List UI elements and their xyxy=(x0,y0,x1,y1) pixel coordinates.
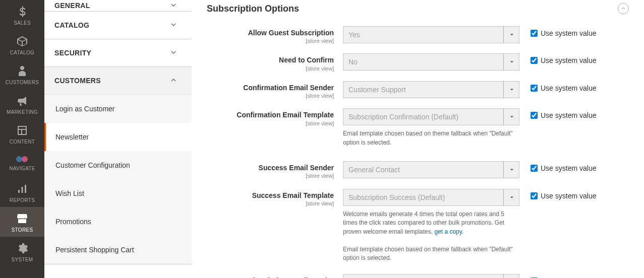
config-section-catalog: CATALOG xyxy=(44,12,192,39)
sidebar-item-newsletter[interactable]: Newsletter xyxy=(44,123,192,151)
collapse-section-button[interactable] xyxy=(618,3,629,14)
field-success-email-sender: Success Email Sender [store view] Genera… xyxy=(207,161,629,179)
field-label: Confirmation Email Template xyxy=(207,110,334,119)
select-need-confirm[interactable]: No xyxy=(343,53,519,71)
sidebar-item-promotions[interactable]: Promotions xyxy=(44,207,192,236)
checkbox-use-system-value[interactable] xyxy=(531,112,538,119)
admin-main-nav: SALES CATALOG CUSTOMERS MARKETING CONTEN… xyxy=(0,0,44,278)
field-confirmation-email-sender: Confirmation Email Sender [store view] C… xyxy=(207,81,629,99)
field-note: Welcome emails generate 4 times the tota… xyxy=(343,206,519,236)
use-system-label: Use system value xyxy=(541,164,596,172)
field-scope: [store view] xyxy=(207,172,334,179)
select-confirm-template[interactable]: Subscription Confirmation (Default) xyxy=(343,108,519,125)
use-system-label: Use system value xyxy=(541,111,596,119)
layout-icon xyxy=(16,124,29,137)
field-confirmation-email-template: Confirmation Email Template [store view]… xyxy=(207,108,629,147)
config-section-title: CATALOG xyxy=(54,21,89,29)
select-input[interactable]: Customer Support xyxy=(343,81,519,98)
chevron-down-icon xyxy=(169,48,178,58)
config-section-title: GENERAL xyxy=(54,2,90,10)
bar-chart-icon xyxy=(16,182,29,195)
field-label: Success Email Template xyxy=(207,191,334,200)
field-scope: [store view] xyxy=(207,37,334,44)
nav-item-content[interactable]: CONTENT xyxy=(0,119,44,149)
field-label: Need to Confirm xyxy=(207,55,334,64)
field-scope: [store view] xyxy=(207,92,334,99)
nav-item-reports[interactable]: REPORTS xyxy=(0,177,44,207)
field-scope: [store view] xyxy=(207,65,334,72)
use-system-label: Use system value xyxy=(541,192,596,200)
partners-icon xyxy=(16,155,29,164)
sidebar-item-persistent-shopping-cart[interactable]: Persistent Shopping Cart xyxy=(44,236,192,264)
config-subsection-list: Login as Customer Newsletter Customer Co… xyxy=(44,94,192,264)
nav-item-catalog[interactable]: CATALOG xyxy=(0,30,44,59)
nav-item-find-partners[interactable]: NAVIGATE xyxy=(0,149,44,177)
config-section-head[interactable]: CATALOG xyxy=(44,12,192,39)
checkbox-use-system-value[interactable] xyxy=(531,30,538,37)
field-unsubscription-email-sender: Unsubscription Email Sender [store view]… xyxy=(207,274,629,278)
field-label: Unsubscription Email Sender xyxy=(207,276,334,278)
nav-label: NAVIGATE xyxy=(9,166,35,171)
config-sidebar: GENERAL CATALOG SECURITY CUSTOMERS Login… xyxy=(44,0,192,278)
chevron-up-icon xyxy=(621,6,626,11)
nav-label: STORES xyxy=(12,227,33,233)
nav-item-customers[interactable]: CUSTOMERS xyxy=(0,59,44,89)
gear-icon xyxy=(16,242,29,255)
config-section-head[interactable]: CUSTOMERS xyxy=(44,67,192,94)
nav-label: CATALOG xyxy=(10,50,34,55)
use-system-label: Use system value xyxy=(541,29,596,37)
nav-item-stores[interactable]: STORES xyxy=(0,207,44,237)
nav-item-marketing[interactable]: MARKETING xyxy=(0,89,44,119)
nav-label: CUSTOMERS xyxy=(6,80,39,85)
field-need-to-confirm: Need to Confirm [store view] No Use syst… xyxy=(207,53,629,72)
config-section-title: CUSTOMERS xyxy=(54,77,101,85)
get-a-copy-link[interactable]: get a copy xyxy=(434,228,461,235)
select-input[interactable]: Subscription Confirmation (Default) xyxy=(343,108,519,125)
dollar-icon xyxy=(16,5,29,18)
select-success-sender[interactable]: General Contact xyxy=(343,161,519,178)
config-section-general: GENERAL xyxy=(44,0,192,12)
field-success-email-template: Success Email Template [store view] Subs… xyxy=(207,189,629,263)
select-input[interactable]: Yes xyxy=(343,26,519,43)
box-icon xyxy=(16,35,29,48)
nav-item-system[interactable]: SYSTEM xyxy=(0,237,44,266)
select-unsub-sender[interactable]: Customer Support xyxy=(343,274,519,278)
field-label: Success Email Sender xyxy=(207,163,334,172)
section-title: Subscription Options xyxy=(207,4,299,14)
select-input[interactable]: No xyxy=(343,53,519,71)
nav-label: SALES xyxy=(14,20,31,26)
config-section-head[interactable]: SECURITY xyxy=(44,39,192,66)
checkbox-use-system-value[interactable] xyxy=(531,165,538,172)
config-section-security: SECURITY xyxy=(44,39,192,67)
sidebar-item-login-as-customer[interactable]: Login as Customer xyxy=(44,95,192,123)
use-system-label: Use system value xyxy=(541,56,596,64)
field-note: Email template chosen based on theme fal… xyxy=(343,125,519,147)
select-input[interactable]: Subscription Success (Default) xyxy=(343,189,519,206)
storefront-icon xyxy=(16,212,29,225)
nav-label: MARKETING xyxy=(7,109,38,115)
config-section-title: SECURITY xyxy=(54,49,91,57)
nav-label: CONTENT xyxy=(10,139,35,145)
checkbox-use-system-value[interactable] xyxy=(531,85,538,92)
person-icon xyxy=(16,64,29,78)
megaphone-icon xyxy=(16,94,29,107)
field-label: Confirmation Email Sender xyxy=(207,83,334,92)
select-confirm-sender[interactable]: Customer Support xyxy=(343,81,519,98)
select-input[interactable]: General Contact xyxy=(343,161,519,178)
main-content: Subscription Options Allow Guest Subscri… xyxy=(192,0,644,278)
nav-label: REPORTS xyxy=(10,197,35,203)
section-header: Subscription Options xyxy=(207,0,629,26)
sidebar-item-wish-list[interactable]: Wish List xyxy=(44,179,192,207)
sidebar-item-customer-configuration[interactable]: Customer Configuration xyxy=(44,151,192,179)
field-note: Email template chosen based on theme fal… xyxy=(343,241,519,263)
nav-item-sales[interactable]: SALES xyxy=(0,0,44,30)
select-input[interactable]: Customer Support xyxy=(343,274,519,278)
select-success-template[interactable]: Subscription Success (Default) xyxy=(343,189,519,206)
use-system-label: Use system value xyxy=(541,84,596,92)
chevron-down-icon xyxy=(169,21,178,30)
checkbox-use-system-value[interactable] xyxy=(531,57,538,64)
field-allow-guest-subscription: Allow Guest Subscription [store view] Ye… xyxy=(207,26,629,44)
checkbox-use-system-value[interactable] xyxy=(531,192,538,199)
config-section-head[interactable]: GENERAL xyxy=(44,0,192,11)
select-allow-guest[interactable]: Yes xyxy=(343,26,519,43)
